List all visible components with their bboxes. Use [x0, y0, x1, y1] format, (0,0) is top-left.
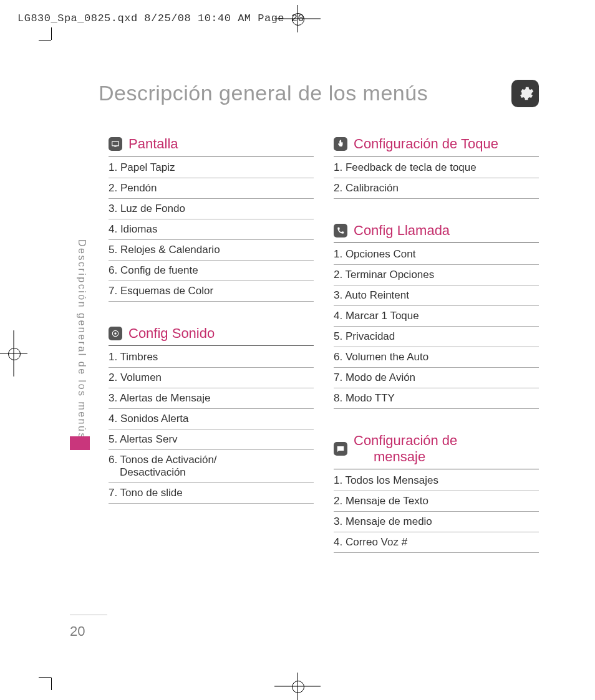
section-header: Config Llamada	[334, 223, 539, 243]
display-icon	[109, 137, 122, 151]
section-header: Configuración demensaje	[334, 433, 539, 469]
registration-mark-top	[274, 5, 321, 32]
section-title: Config Sonido	[128, 325, 215, 342]
print-header: LG830_Spa_0825.qxd 8/25/08 10:40 AM Page…	[17, 12, 304, 24]
section-title: Config Llamada	[354, 223, 450, 239]
list-item: 4. Idiomas	[109, 219, 314, 240]
list-item: 7. Esquemas de Color	[109, 281, 314, 302]
list-item: 1. Papel Tapiz	[109, 158, 314, 178]
list-item: 3. Luz de Fondo	[109, 199, 314, 219]
section-title: Configuración de Toque	[354, 136, 498, 152]
registration-mark-left	[0, 330, 27, 376]
page-title: Descripción general de los menús	[99, 81, 428, 105]
list-item: 6. Config de fuente	[109, 261, 314, 281]
gear-icon	[511, 80, 539, 107]
sound-icon	[109, 327, 122, 340]
list-item: 8. Modo TTY	[334, 388, 539, 409]
list-item: 4. Correo Voz #	[334, 532, 539, 553]
side-tab-accent	[70, 436, 90, 450]
list-item: 6. Volumen the Auto	[334, 347, 539, 368]
list-item: 2. Pendón	[109, 178, 314, 199]
right-column: Configuración de Toque1. Feedback de tec…	[334, 136, 539, 577]
svg-rect-0	[112, 141, 119, 146]
list-item: 7. Tono de slide	[109, 483, 314, 504]
section-items: 1. Todos los Mensajes2. Mensaje de Texto…	[334, 471, 539, 553]
document-page: LG830_Spa_0825.qxd 8/25/08 10:40 AM Page…	[0, 0, 595, 700]
section-header: Config Sonido	[109, 325, 314, 346]
call-icon	[334, 224, 347, 237]
section-title: Pantalla	[128, 136, 178, 152]
list-item: 3. Auto Reintent	[334, 285, 539, 306]
list-item: 5. Privacidad	[334, 327, 539, 347]
menu-section: Pantalla1. Papel Tapiz2. Pendón3. Luz de…	[109, 136, 314, 302]
content-columns: Pantalla1. Papel Tapiz2. Pendón3. Luz de…	[109, 136, 539, 577]
side-label: Descripción general de los menús	[76, 239, 87, 439]
svg-rect-1	[114, 146, 117, 147]
section-header: Pantalla	[109, 136, 314, 156]
message-icon	[334, 442, 347, 456]
svg-point-3	[114, 332, 117, 335]
section-header: Configuración de Toque	[334, 136, 539, 156]
touch-icon	[334, 137, 347, 151]
list-item: 1. Todos los Mensajes	[334, 471, 539, 491]
list-item: 4. Marcar 1 Toque	[334, 306, 539, 327]
list-item: 2. Calibración	[334, 178, 539, 199]
menu-section: Configuración de Toque1. Feedback de tec…	[334, 136, 539, 199]
list-item: 4. Sonidos Alerta	[109, 409, 314, 429]
menu-section: Configuración demensaje1. Todos los Mens…	[334, 433, 539, 553]
list-item: 6. Tonos de Activación/Desactivación	[109, 450, 314, 483]
section-items: 1. Feedback de tecla de toque2. Calibrac…	[334, 158, 539, 199]
list-item: 5. Relojes & Calendario	[109, 240, 314, 261]
page-number-rule	[70, 615, 107, 615]
list-item: 1. Opciones Cont	[334, 244, 539, 265]
list-item: 2. Volumen	[109, 368, 314, 388]
section-title: Configuración demensaje	[354, 433, 457, 465]
menu-section: Config Llamada1. Opciones Cont2. Termina…	[334, 223, 539, 409]
menu-section: Config Sonido1. Timbres2. Volumen3. Aler…	[109, 325, 314, 504]
left-column: Pantalla1. Papel Tapiz2. Pendón3. Luz de…	[109, 136, 314, 577]
section-items: 1. Opciones Cont2. Terminar Opciones3. A…	[334, 244, 539, 409]
list-item: 7. Modo de Avión	[334, 368, 539, 388]
list-item: 1. Feedback de tecla de toque	[334, 158, 539, 178]
list-item: 2. Mensaje de Texto	[334, 491, 539, 512]
list-item: 1. Timbres	[109, 347, 314, 368]
list-item: 3. Alertas de Mensaje	[109, 388, 314, 409]
list-item: 5. Alertas Serv	[109, 429, 314, 450]
list-item: 3. Mensaje de medio	[334, 512, 539, 532]
page-number: 20	[70, 620, 85, 640]
list-item: 2. Terminar Opciones	[334, 265, 539, 285]
section-items: 1. Timbres2. Volumen3. Alertas de Mensaj…	[109, 347, 314, 504]
section-items: 1. Papel Tapiz2. Pendón3. Luz de Fondo4.…	[109, 158, 314, 302]
